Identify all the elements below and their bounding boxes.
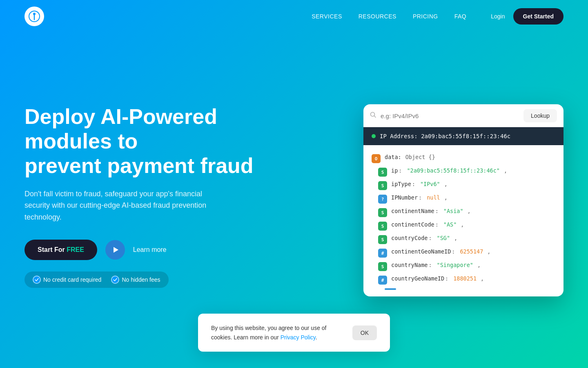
type-badge-s-countryname: S — [378, 262, 387, 271]
ipnumber-row: ? IPNumber: null, — [372, 192, 555, 206]
no-credit-card-badge: No credit card required — [33, 276, 101, 284]
more-indicator — [385, 288, 396, 290]
hero-content: Deploy AI-Powered modules to prevent pay… — [24, 88, 270, 288]
hero-actions: Start For FREE Learn more — [24, 240, 270, 260]
continentname-row: S continentName: "Asia", — [372, 206, 555, 219]
data-row: O data: Object {} — [372, 152, 555, 165]
type-badge-hash-2: # — [378, 276, 387, 285]
svg-marker-3 — [114, 247, 118, 253]
type-badge-o: O — [372, 154, 381, 163]
nav-links: SERVICES RESOURCES PRICING FAQ — [312, 13, 466, 20]
nav-pricing[interactable]: PRICING — [413, 13, 438, 20]
nav-services[interactable]: SERVICES — [312, 13, 342, 20]
login-button[interactable]: Login — [491, 13, 505, 20]
type-badge-s-continent: S — [378, 208, 387, 217]
nav-resources[interactable]: RESOURCES — [359, 13, 396, 20]
hero-badges: No credit card required No hidden fees — [24, 272, 169, 288]
ip-address-bar: IP Address: 2a09:bac5:55f8:15f::23:46c — [363, 127, 564, 145]
type-badge-s-code: S — [378, 222, 387, 231]
get-started-button[interactable]: Get Started — [513, 8, 564, 25]
type-badge-s-ip: S — [378, 168, 387, 177]
start-free-button[interactable]: Start For FREE — [24, 240, 97, 260]
continentcode-row: S continentCode: "AS", — [372, 219, 555, 233]
svg-line-5 — [374, 116, 376, 118]
logo[interactable] — [24, 7, 44, 26]
ip-row: S ip: "2a09:bac5:55f8:15f::23:46c", — [372, 165, 555, 179]
learn-more-button[interactable]: Learn more — [133, 246, 167, 254]
api-widget-container: Lookup IP Address: 2a09:bac5:55f8:15f::2… — [363, 104, 564, 296]
countryname-row: S countryName: "Singapore", — [372, 260, 555, 273]
navbar: SERVICES RESOURCES PRICING FAQ Login Get… — [0, 0, 588, 33]
iptype-row: S ipType: "IPv6", — [372, 179, 555, 192]
type-badge-s-countrycode: S — [378, 235, 387, 244]
hero-title: Deploy AI-Powered modules to prevent pay… — [24, 105, 270, 178]
ip-address-display: IP Address: 2a09:bac5:55f8:15f::23:46c — [380, 133, 510, 139]
no-hidden-fees-badge: No hidden fees — [111, 276, 160, 284]
hero-subtitle: Don't fall victim to fraud, safeguard yo… — [24, 188, 220, 223]
cookie-ok-button[interactable]: OK — [352, 325, 377, 340]
api-demo-widget: Lookup IP Address: 2a09:bac5:55f8:15f::2… — [270, 80, 564, 296]
result-panel: O data: Object {} S ip: "2a09:bac5:55f8:… — [363, 145, 564, 296]
cookie-text: By using this website, you agree to our … — [211, 323, 340, 342]
check-icon-2 — [111, 276, 119, 284]
type-badge-s-iptype: S — [378, 181, 387, 190]
lookup-button[interactable]: Lookup — [523, 109, 557, 122]
ip-search-input[interactable] — [381, 112, 519, 119]
privacy-policy-link[interactable]: Privacy Policy — [281, 334, 316, 341]
play-button[interactable] — [105, 240, 125, 260]
status-dot — [372, 134, 376, 138]
check-icon-1 — [33, 276, 41, 284]
cookie-banner: By using this website, you agree to our … — [198, 314, 390, 352]
search-bar: Lookup — [363, 104, 564, 127]
hero-section: Deploy AI-Powered modules to prevent pay… — [0, 0, 588, 368]
nav-faq[interactable]: FAQ — [454, 13, 467, 20]
type-badge-hash-1: # — [378, 249, 387, 258]
type-badge-q: ? — [378, 195, 387, 204]
country-geoname-row: # countryGeoNameID: 1880251, — [372, 273, 555, 287]
search-icon — [370, 112, 376, 120]
continent-geoname-row: # continentGeoNameID: 6255147, — [372, 246, 555, 260]
countrycode-row: S countryCode: "SG", — [372, 233, 555, 246]
